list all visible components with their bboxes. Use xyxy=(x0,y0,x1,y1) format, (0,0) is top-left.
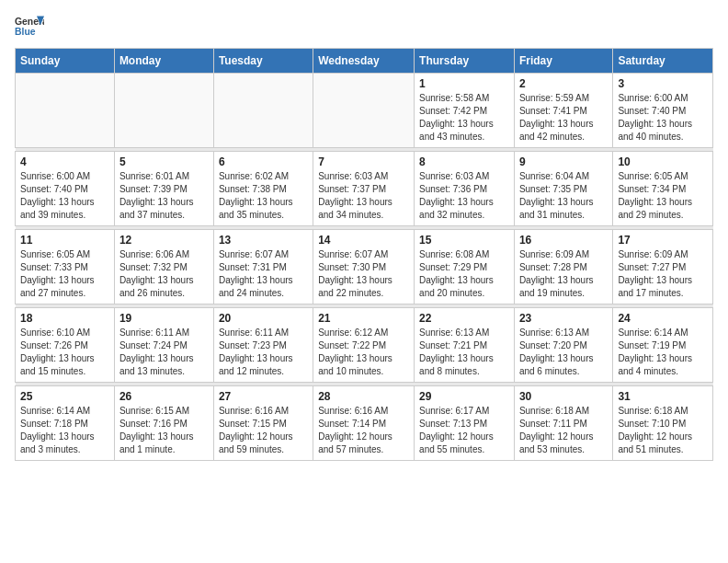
calendar-cell xyxy=(114,74,213,148)
day-info: Sunrise: 6:18 AM Sunset: 7:11 PM Dayligh… xyxy=(519,405,608,456)
day-info: Sunrise: 6:15 AM Sunset: 7:16 PM Dayligh… xyxy=(119,405,209,456)
day-info: Sunrise: 6:14 AM Sunset: 7:19 PM Dayligh… xyxy=(618,327,708,378)
day-info: Sunrise: 6:18 AM Sunset: 7:10 PM Dayligh… xyxy=(618,405,708,456)
weekday-header-monday: Monday xyxy=(114,49,213,74)
calendar-cell: 25Sunrise: 6:14 AM Sunset: 7:18 PM Dayli… xyxy=(16,386,115,461)
day-info: Sunrise: 6:11 AM Sunset: 7:24 PM Dayligh… xyxy=(119,327,209,378)
day-number: 15 xyxy=(419,234,509,247)
logo-icon: General Blue xyxy=(15,15,44,40)
calendar-cell xyxy=(213,74,313,148)
calendar-cell: 21Sunrise: 6:12 AM Sunset: 7:22 PM Dayli… xyxy=(313,308,415,383)
calendar-cell: 10Sunrise: 6:05 AM Sunset: 7:34 PM Dayli… xyxy=(613,152,713,226)
day-number: 21 xyxy=(318,312,409,325)
day-info: Sunrise: 6:00 AM Sunset: 7:40 PM Dayligh… xyxy=(20,170,109,222)
day-info: Sunrise: 6:00 AM Sunset: 7:40 PM Dayligh… xyxy=(618,92,708,144)
calendar-cell: 30Sunrise: 6:18 AM Sunset: 7:11 PM Dayli… xyxy=(514,386,612,461)
day-info: Sunrise: 6:05 AM Sunset: 7:34 PM Dayligh… xyxy=(618,170,708,222)
day-number: 3 xyxy=(618,77,708,90)
day-number: 7 xyxy=(318,155,409,168)
day-number: 1 xyxy=(419,77,509,90)
day-number: 17 xyxy=(618,234,708,247)
calendar-cell: 7Sunrise: 6:03 AM Sunset: 7:37 PM Daylig… xyxy=(313,152,415,226)
day-info: Sunrise: 6:11 AM Sunset: 7:23 PM Dayligh… xyxy=(219,327,308,378)
day-info: Sunrise: 6:08 AM Sunset: 7:29 PM Dayligh… xyxy=(419,248,509,300)
calendar: SundayMondayTuesdayWednesdayThursdayFrid… xyxy=(15,48,713,461)
calendar-week-row: 4Sunrise: 6:00 AM Sunset: 7:40 PM Daylig… xyxy=(16,152,713,226)
day-number: 31 xyxy=(618,390,708,403)
day-info: Sunrise: 6:05 AM Sunset: 7:33 PM Dayligh… xyxy=(20,248,109,300)
day-number: 14 xyxy=(318,234,409,247)
calendar-cell: 6Sunrise: 6:02 AM Sunset: 7:38 PM Daylig… xyxy=(213,152,313,226)
day-info: Sunrise: 6:03 AM Sunset: 7:36 PM Dayligh… xyxy=(419,170,509,222)
day-info: Sunrise: 6:04 AM Sunset: 7:35 PM Dayligh… xyxy=(519,170,608,222)
calendar-cell xyxy=(16,74,115,148)
day-number: 18 xyxy=(20,312,109,325)
calendar-cell: 1Sunrise: 5:58 AM Sunset: 7:42 PM Daylig… xyxy=(415,74,515,148)
calendar-cell: 2Sunrise: 5:59 AM Sunset: 7:41 PM Daylig… xyxy=(514,74,612,148)
day-info: Sunrise: 6:03 AM Sunset: 7:37 PM Dayligh… xyxy=(318,170,409,222)
calendar-cell: 27Sunrise: 6:16 AM Sunset: 7:15 PM Dayli… xyxy=(213,386,313,461)
day-number: 27 xyxy=(219,390,308,403)
day-info: Sunrise: 6:09 AM Sunset: 7:27 PM Dayligh… xyxy=(618,248,708,300)
weekday-header-wednesday: Wednesday xyxy=(313,49,415,74)
calendar-cell: 20Sunrise: 6:11 AM Sunset: 7:23 PM Dayli… xyxy=(213,308,313,383)
header: General Blue xyxy=(15,15,713,40)
calendar-week-row: 25Sunrise: 6:14 AM Sunset: 7:18 PM Dayli… xyxy=(16,386,713,461)
calendar-cell: 19Sunrise: 6:11 AM Sunset: 7:24 PM Dayli… xyxy=(114,308,213,383)
day-info: Sunrise: 5:59 AM Sunset: 7:41 PM Dayligh… xyxy=(519,92,608,144)
weekday-header-friday: Friday xyxy=(514,49,612,74)
calendar-cell: 11Sunrise: 6:05 AM Sunset: 7:33 PM Dayli… xyxy=(16,230,115,304)
day-number: 5 xyxy=(119,155,209,168)
calendar-cell: 17Sunrise: 6:09 AM Sunset: 7:27 PM Dayli… xyxy=(613,230,713,304)
calendar-header-row: SundayMondayTuesdayWednesdayThursdayFrid… xyxy=(16,49,713,74)
day-number: 23 xyxy=(519,312,608,325)
calendar-cell: 26Sunrise: 6:15 AM Sunset: 7:16 PM Dayli… xyxy=(114,386,213,461)
calendar-cell: 3Sunrise: 6:00 AM Sunset: 7:40 PM Daylig… xyxy=(613,74,713,148)
day-number: 26 xyxy=(119,390,209,403)
calendar-cell: 16Sunrise: 6:09 AM Sunset: 7:28 PM Dayli… xyxy=(514,230,612,304)
day-number: 13 xyxy=(219,234,308,247)
weekday-header-tuesday: Tuesday xyxy=(213,49,313,74)
day-info: Sunrise: 6:09 AM Sunset: 7:28 PM Dayligh… xyxy=(519,248,608,300)
day-info: Sunrise: 6:12 AM Sunset: 7:22 PM Dayligh… xyxy=(318,327,409,378)
day-info: Sunrise: 6:16 AM Sunset: 7:14 PM Dayligh… xyxy=(318,405,409,456)
day-number: 22 xyxy=(419,312,509,325)
day-number: 9 xyxy=(519,155,608,168)
logo: General Blue xyxy=(15,15,44,40)
calendar-week-row: 18Sunrise: 6:10 AM Sunset: 7:26 PM Dayli… xyxy=(16,308,713,383)
day-info: Sunrise: 6:02 AM Sunset: 7:38 PM Dayligh… xyxy=(219,170,308,222)
day-number: 20 xyxy=(219,312,308,325)
weekday-header-thursday: Thursday xyxy=(415,49,515,74)
day-info: Sunrise: 6:01 AM Sunset: 7:39 PM Dayligh… xyxy=(119,170,209,222)
svg-text:Blue: Blue xyxy=(15,27,36,37)
day-number: 25 xyxy=(20,390,109,403)
calendar-cell: 4Sunrise: 6:00 AM Sunset: 7:40 PM Daylig… xyxy=(16,152,115,226)
day-number: 19 xyxy=(119,312,209,325)
day-info: Sunrise: 6:17 AM Sunset: 7:13 PM Dayligh… xyxy=(419,405,509,456)
calendar-cell: 14Sunrise: 6:07 AM Sunset: 7:30 PM Dayli… xyxy=(313,230,415,304)
weekday-header-saturday: Saturday xyxy=(613,49,713,74)
calendar-cell: 29Sunrise: 6:17 AM Sunset: 7:13 PM Dayli… xyxy=(415,386,515,461)
calendar-cell: 28Sunrise: 6:16 AM Sunset: 7:14 PM Dayli… xyxy=(313,386,415,461)
day-number: 29 xyxy=(419,390,509,403)
day-info: Sunrise: 6:06 AM Sunset: 7:32 PM Dayligh… xyxy=(119,248,209,300)
weekday-header-sunday: Sunday xyxy=(16,49,115,74)
day-info: Sunrise: 6:16 AM Sunset: 7:15 PM Dayligh… xyxy=(219,405,308,456)
day-info: Sunrise: 6:14 AM Sunset: 7:18 PM Dayligh… xyxy=(20,405,109,456)
day-number: 12 xyxy=(119,234,209,247)
calendar-cell: 23Sunrise: 6:13 AM Sunset: 7:20 PM Dayli… xyxy=(514,308,612,383)
day-info: Sunrise: 5:58 AM Sunset: 7:42 PM Dayligh… xyxy=(419,92,509,144)
day-info: Sunrise: 6:13 AM Sunset: 7:20 PM Dayligh… xyxy=(519,327,608,378)
day-info: Sunrise: 6:10 AM Sunset: 7:26 PM Dayligh… xyxy=(20,327,109,378)
day-number: 2 xyxy=(519,77,608,90)
calendar-week-row: 1Sunrise: 5:58 AM Sunset: 7:42 PM Daylig… xyxy=(16,74,713,148)
calendar-cell: 5Sunrise: 6:01 AM Sunset: 7:39 PM Daylig… xyxy=(114,152,213,226)
calendar-cell: 18Sunrise: 6:10 AM Sunset: 7:26 PM Dayli… xyxy=(16,308,115,383)
day-info: Sunrise: 6:07 AM Sunset: 7:30 PM Dayligh… xyxy=(318,248,409,300)
day-number: 24 xyxy=(618,312,708,325)
calendar-week-row: 11Sunrise: 6:05 AM Sunset: 7:33 PM Dayli… xyxy=(16,230,713,304)
calendar-cell xyxy=(313,74,415,148)
calendar-cell: 12Sunrise: 6:06 AM Sunset: 7:32 PM Dayli… xyxy=(114,230,213,304)
day-number: 11 xyxy=(20,234,109,247)
day-number: 30 xyxy=(519,390,608,403)
